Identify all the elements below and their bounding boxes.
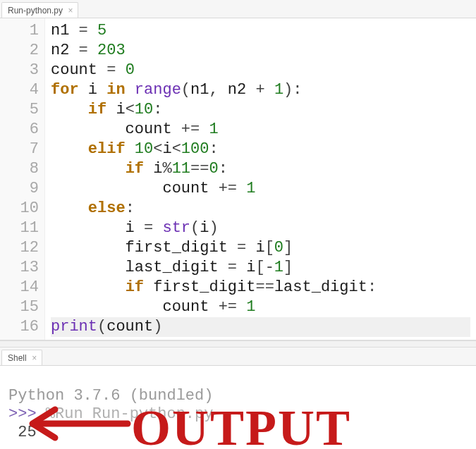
code-token: 1 [246,298,255,316]
tab-label: Run-python.py [8,6,63,16]
line-number-gutter: 12345678910111213141516 [0,18,45,340]
code-line[interactable]: if i%11==0: [51,159,470,179]
shell-prompt: >>> [8,405,37,423]
code-token: for [51,81,79,99]
code-token [126,140,135,158]
line-number: 10 [0,199,39,219]
code-line[interactable]: if i<10: [51,100,470,120]
line-number: 12 [0,238,39,258]
code-token: 0 [209,160,218,178]
code-token: str [162,219,190,237]
code-token: range [135,81,181,99]
code-line[interactable]: print(count) [51,317,470,337]
code-token: n2 [228,81,246,99]
code-token: == [190,160,209,178]
code-token: ( [181,81,190,99]
code-token: : [293,81,302,99]
code-token: 11 [172,160,190,178]
code-token: i [79,81,107,99]
code-token [51,101,88,118]
code-token: += [219,298,247,316]
code-line[interactable]: count += 1 [51,179,470,199]
code-token: = [97,61,126,79]
line-number: 7 [0,140,39,159]
code-token: += [219,180,247,197]
code-token: first_digit [51,239,237,257]
code-line[interactable]: if first_digit==last_digit: [51,278,470,297]
code-line[interactable]: n1 = 5 [51,21,470,41]
code-token: 1 [209,121,218,138]
tab-label: Shell [8,353,27,363]
code-line[interactable]: i = str(i) [51,219,470,238]
tab-editor-file[interactable]: Run-python.py × [1,2,78,18]
code-token: : [367,278,377,296]
code-token: : [126,199,135,217]
pane-separator[interactable] [0,340,476,347]
code-token: [ [265,239,274,257]
code-editor[interactable]: 12345678910111213141516 n1 = 5n2 = 203co… [0,18,476,340]
shell-banner: Python 3.7.6 (bundled) [8,387,213,405]
code-token: [ [255,259,264,276]
code-token: i [246,259,255,276]
code-token: 0 [274,239,283,257]
code-token: : [153,101,162,118]
code-token: 10 [135,101,153,118]
code-token: if [126,160,144,178]
code-token: 10 [135,140,153,158]
code-token [126,81,135,99]
code-area[interactable]: n1 = 5n2 = 203count = 0for i in range(n1… [45,18,476,340]
code-token: if [126,278,144,296]
close-icon[interactable]: × [66,6,75,15]
shell-output-area[interactable]: Python 3.7.6 (bundled) >>> %Run Run-pyth… [0,366,476,445]
code-token: i [144,160,162,178]
editor-tabbar: Run-python.py × [0,0,476,18]
code-token: < [153,140,162,158]
code-token: count [51,180,219,197]
code-token: = [69,42,97,59]
line-number: 4 [0,80,39,100]
code-token [51,140,88,158]
line-number: 6 [0,120,39,140]
code-token: elif [88,140,126,158]
code-line[interactable]: elif 10<i<100: [51,140,470,159]
code-line[interactable]: n2 = 203 [51,41,470,61]
code-token: = [69,22,97,39]
close-icon[interactable]: × [30,354,39,362]
code-token: i [51,219,144,237]
code-token: i [106,101,125,118]
code-token: ) [283,81,293,99]
line-number: 2 [0,41,39,61]
code-token: last_digit [51,259,228,276]
code-token: 100 [181,140,209,158]
code-token: ( [97,318,106,336]
code-line[interactable]: for i in range(n1, n2 + 1): [51,80,470,100]
code-token: < [126,101,135,118]
code-token: 1 [274,81,283,99]
code-token [51,160,126,178]
line-number: 5 [0,100,39,120]
code-token: = [228,259,246,276]
code-token: : [209,140,218,158]
line-number: 9 [0,179,39,199]
code-token: i [255,239,264,257]
code-token: print [51,318,97,336]
code-token: 1 [274,259,283,276]
code-token [51,199,88,217]
code-token: else [88,199,126,217]
code-token: 203 [97,42,126,59]
code-line[interactable]: count += 1 [51,120,470,140]
line-number: 8 [0,159,39,179]
code-token: : [219,160,228,178]
code-line[interactable]: count = 0 [51,61,470,80]
line-number: 14 [0,278,39,297]
tab-shell[interactable]: Shell × [1,350,42,365]
code-line[interactable]: else: [51,199,470,219]
code-token: ) [209,219,218,237]
shell-panel[interactable]: Python 3.7.6 (bundled) >>> %Run Run-pyth… [0,366,476,445]
shell-tabbar: Shell × [0,347,476,366]
code-token: if [88,101,106,118]
code-line[interactable]: count += 1 [51,297,470,317]
code-line[interactable]: last_digit = i[-1] [51,258,470,278]
code-line[interactable]: first_digit = i[0] [51,238,470,258]
code-token: 1 [246,180,255,197]
